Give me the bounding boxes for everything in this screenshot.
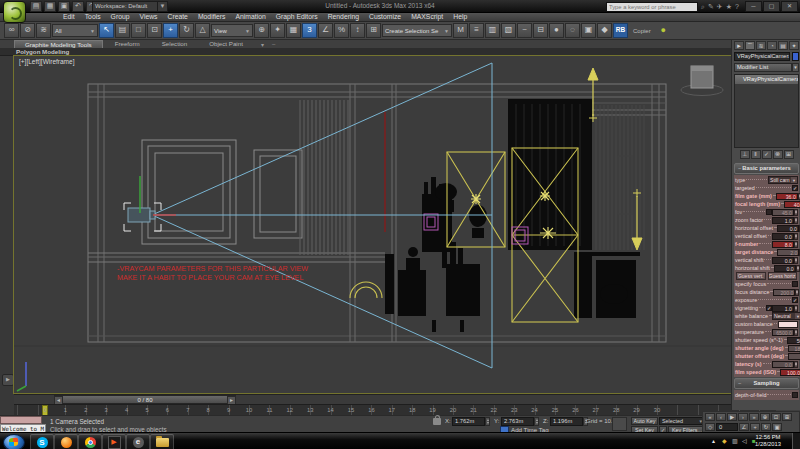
maximize-button[interactable]: ▢ — [763, 1, 780, 12]
select-object-icon[interactable]: ↖ — [99, 23, 114, 38]
modifier-list-arrow-icon[interactable]: ▼ — [792, 63, 799, 72]
viewport-canvas[interactable]: -VRAYCAM PARAMETERS FOR THIS PARTICULAR … — [14, 56, 731, 393]
x-coord-spinner[interactable] — [485, 417, 490, 426]
param-field[interactable]: 1.0 — [772, 305, 794, 312]
unlink-selection-icon[interactable]: ⊘ — [20, 23, 35, 38]
param-spinner-icon[interactable] — [794, 233, 798, 240]
ribbon-panel-label[interactable]: Polygon Modeling — [0, 48, 800, 56]
taskbar-app-explorer[interactable] — [150, 434, 174, 449]
search-go-icon[interactable]: ⌕ — [701, 2, 705, 11]
curve-editor-icon[interactable]: ~ — [517, 23, 532, 38]
use-pivot-center-icon[interactable]: ⊕ — [254, 23, 269, 38]
param-spinner-icon[interactable] — [794, 329, 798, 336]
selection-lock-icon[interactable] — [433, 418, 441, 425]
param-field[interactable]: 6500.0 — [772, 329, 794, 336]
rectangular-region-icon[interactable]: □ — [131, 23, 146, 38]
param-dropdown[interactable]: Still cam▼ — [768, 176, 798, 184]
keyboard-override-icon[interactable]: ▦ — [286, 23, 301, 38]
tab-hierarchy[interactable]: ≋ — [756, 41, 766, 50]
key-mode-icon[interactable]: ◇ — [705, 423, 715, 431]
taskbar-app-e[interactable]: e — [126, 434, 150, 449]
custom-balance-swatch[interactable] — [778, 321, 798, 328]
param-field[interactable]: 0.0 — [774, 265, 796, 272]
named-selection-dropdown[interactable]: Create Selection Se▼ — [382, 24, 452, 37]
graphite-ribbon-toggle-icon[interactable]: ▧ — [501, 23, 516, 38]
maximize-viewport-icon[interactable]: ▣ — [772, 423, 782, 431]
param-field[interactable]: 45.0 — [772, 209, 794, 216]
select-and-scale-icon[interactable]: △ — [195, 23, 210, 38]
basic-parameters-rollout-header[interactable]: − Basic parameters — [734, 163, 799, 174]
window-frames[interactable] — [142, 140, 302, 244]
guess-vert-button[interactable]: Guess vert. — [736, 272, 766, 280]
material-editor-icon[interactable]: ● — [549, 23, 564, 38]
zoom-icon[interactable]: ⊕ — [760, 413, 770, 421]
param-spinner-icon[interactable] — [794, 241, 798, 248]
param-checkbox[interactable]: ✓ — [792, 297, 798, 303]
ribbon-drop-icon[interactable]: ▾ — [261, 41, 264, 48]
window-crossing-icon[interactable]: ⊡ — [147, 23, 162, 38]
param-spinner-icon[interactable] — [794, 217, 798, 224]
render-setup-icon[interactable]: ◌ — [565, 23, 580, 38]
select-and-link-icon[interactable]: ∞ — [4, 23, 19, 38]
modifier-list-dropdown[interactable]: Modifier List — [734, 63, 792, 72]
field-of-view-icon[interactable]: ∠ — [739, 423, 749, 431]
search-input[interactable] — [606, 2, 698, 12]
curtain-wireframe[interactable] — [300, 100, 348, 255]
param-spinner-icon[interactable] — [794, 305, 798, 312]
stack-entry[interactable]: VRayPhysicalCamera — [735, 75, 798, 84]
undo-icon[interactable]: ↶ — [72, 1, 84, 12]
menu-item-animation[interactable]: Animation — [230, 13, 270, 20]
tab-utilities[interactable]: ✦ — [789, 41, 799, 50]
menu-item-customize[interactable]: Customize — [364, 13, 406, 20]
param-field[interactable]: 180.0 — [788, 345, 800, 352]
remove-modifier-icon[interactable]: ⊗ — [773, 150, 783, 159]
previous-frame-icon[interactable]: ‹ — [716, 413, 726, 421]
pan-icon[interactable]: + — [750, 423, 760, 431]
param-checkbox[interactable]: ✓ — [792, 185, 798, 191]
guess-horiz-button[interactable]: Guess horiz. — [768, 272, 798, 280]
menu-item-edit[interactable]: Edit — [58, 13, 80, 20]
select-and-rotate-icon[interactable]: ↻ — [179, 23, 194, 38]
go-to-start-icon[interactable]: « — [705, 413, 715, 421]
menu-item-rendering[interactable]: Rendering — [323, 13, 364, 20]
angle-snap-icon[interactable]: ∠ — [318, 23, 333, 38]
tab-display[interactable]: ▤ — [778, 41, 788, 50]
auto-key-button[interactable]: Auto Key — [631, 417, 658, 425]
param-field[interactable]: 100.0 — [780, 369, 800, 376]
pin-stack-icon[interactable]: ⊥ — [740, 150, 750, 159]
param-field[interactable]: 0.0 — [772, 233, 794, 240]
tab-motion[interactable]: ◔ — [767, 41, 777, 50]
param-spinner-icon[interactable] — [794, 209, 798, 216]
orbit-icon[interactable]: ↻ — [761, 423, 771, 431]
tray-up-arrow-icon[interactable]: ▴ — [712, 437, 715, 445]
param-field[interactable]: 0.0 — [777, 225, 799, 232]
mirror-icon[interactable]: M — [453, 23, 468, 38]
tab-modify[interactable]: ⌒ — [745, 41, 755, 50]
open-file-icon[interactable]: ▦ — [44, 1, 56, 12]
param-spinner-icon[interactable] — [794, 361, 798, 368]
param-spinner-icon[interactable] — [794, 257, 798, 264]
3dsmax-logo-icon[interactable] — [3, 1, 26, 23]
param-spinner-icon[interactable] — [796, 265, 800, 272]
menu-item-group[interactable]: Group — [106, 13, 135, 20]
param-field[interactable]: 2.0 — [777, 249, 799, 256]
bind-to-spacewarp-icon[interactable]: ≋ — [36, 23, 51, 38]
param-spinner-icon[interactable] — [795, 289, 799, 296]
param-field[interactable]: 1.0 — [772, 217, 794, 224]
go-to-end-icon[interactable]: » — [749, 413, 759, 421]
zoom-extents-all-icon[interactable]: ⊞ — [782, 413, 792, 421]
param-dropdown[interactable]: Neutral▼ — [772, 312, 800, 320]
ribbon-tab-object-paint[interactable]: Object Paint — [199, 40, 253, 48]
snaps-toggle-icon[interactable]: 3 — [302, 23, 317, 38]
play-icon[interactable]: ▶ — [727, 413, 737, 421]
expand-arrow-icon[interactable]: ▶ — [2, 374, 14, 386]
menu-item-modifiers[interactable]: Modifiers — [193, 13, 231, 20]
layer-manager-icon[interactable]: ▥ — [485, 23, 500, 38]
time-slider-handle[interactable]: ◄ 0 / 80 ► — [54, 395, 236, 404]
zoom-extents-icon[interactable]: ⊡ — [771, 413, 781, 421]
param-field[interactable]: 0.0 — [788, 353, 800, 360]
reference-coordinate-dropdown[interactable]: View▼ — [211, 24, 253, 37]
menu-item-create[interactable]: Create — [163, 13, 193, 20]
communication-icon[interactable]: ✈ — [717, 2, 723, 11]
help-icon[interactable]: ? — [735, 2, 739, 11]
